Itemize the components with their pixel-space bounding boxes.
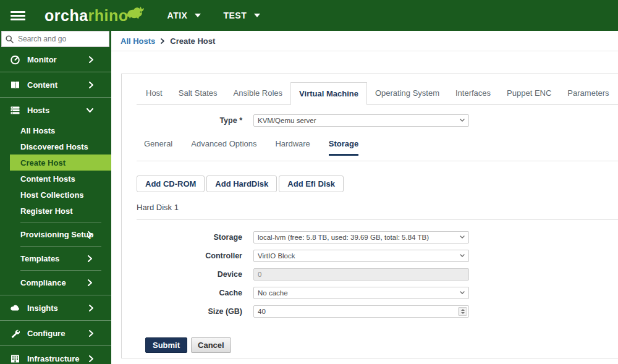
breadcrumb: All Hosts Create Host: [111, 31, 618, 51]
cache-field-row: Cache No cache: [137, 287, 618, 299]
chevron-right-icon: [89, 56, 93, 63]
sidebar-item-all-hosts[interactable]: All Hosts: [0, 122, 111, 138]
rhino-logo-icon: [125, 5, 145, 21]
cache-select[interactable]: No cache: [253, 287, 469, 299]
chevron-down-icon: [195, 14, 201, 17]
sidebar-item-templates[interactable]: Templates: [0, 250, 111, 267]
tab-interfaces[interactable]: Interfaces: [447, 82, 499, 104]
chevron-right-icon: [88, 279, 92, 286]
sidebar-item-register-host[interactable]: Register Host: [0, 203, 111, 219]
chevron-right-icon: [89, 305, 93, 311]
chevron-right-icon: [88, 255, 92, 262]
sidebar-item-discovered-hosts[interactable]: Discovered Hosts: [0, 138, 111, 154]
number-stepper[interactable]: [458, 307, 467, 316]
device-field-label: Device: [137, 270, 242, 279]
sidebar-item-label: Infrastructure: [27, 354, 80, 363]
subtab-storage[interactable]: Storage: [329, 139, 358, 156]
tab-puppet-enc[interactable]: Puppet ENC: [499, 82, 559, 104]
sidebar-item-label: Content Hosts: [20, 174, 75, 184]
divider: [20, 222, 101, 222]
vm-subtab-bar: General Advanced Options Hardware Storag…: [137, 139, 618, 156]
wrench-icon: [10, 328, 20, 339]
controller-select[interactable]: VirtIO Block: [253, 250, 469, 262]
sidebar-item-label: All Hosts: [20, 126, 55, 135]
controller-field-row: Controller VirtIO Block: [137, 250, 618, 262]
subtab-general[interactable]: General: [144, 139, 172, 156]
add-harddisk-button[interactable]: Add HardDisk: [206, 176, 277, 192]
breadcrumb-current: Create Host: [170, 36, 215, 46]
tab-host[interactable]: Host: [138, 82, 171, 104]
location-menu-label: TEST: [223, 11, 247, 20]
controller-field-label: Controller: [137, 252, 242, 260]
divider: [20, 246, 101, 247]
sidebar-item-content-hosts[interactable]: Content Hosts: [0, 171, 111, 187]
search-box: [1, 31, 109, 47]
sidebar-item-label: Register Host: [20, 206, 73, 216]
search-icon: [6, 35, 14, 43]
chevron-down-icon: [254, 14, 260, 17]
sidebar-item-label: Content: [27, 80, 57, 90]
sidebar-item-label: Compliance: [20, 278, 66, 287]
chevron-right-icon: [161, 38, 164, 44]
subtab-hardware[interactable]: Hardware: [275, 139, 310, 156]
search-input[interactable]: [1, 31, 109, 47]
sidebar-item-label: Discovered Hosts: [20, 142, 88, 151]
add-cdrom-button[interactable]: Add CD-ROM: [137, 176, 205, 192]
size-field-label: Size (GB): [137, 307, 242, 316]
tab-ansible-roles[interactable]: Ansible Roles: [226, 82, 291, 104]
type-select[interactable]: KVM/Qemu server: [253, 114, 469, 127]
sidebar-item-provisioning-setup[interactable]: Provisioning Setup: [0, 226, 111, 243]
tab-salt-states[interactable]: Salt States: [171, 82, 226, 104]
type-field-row: Type * KVM/Qemu server: [137, 114, 618, 127]
logo-text-rhino: rhino: [88, 7, 129, 25]
book-icon: [10, 80, 20, 90]
app-logo[interactable]: orcharhino: [44, 7, 145, 25]
sidebar-item-label: Host Collections: [20, 190, 84, 200]
sidebar-item-compliance[interactable]: Compliance: [0, 274, 111, 291]
type-field-label: Type *: [137, 116, 242, 125]
logo-text-orcha: orcha: [44, 7, 88, 25]
storage-select[interactable]: local-lvm (free: 5.8 TB, used: 39.69 GB,…: [253, 231, 469, 243]
org-menu-label: ATIX: [167, 11, 188, 20]
size-input[interactable]: [253, 305, 469, 318]
sidebar-item-label: Configure: [27, 329, 65, 338]
add-disk-buttons: Add CD-ROM Add HardDisk Add Efi Disk: [137, 176, 618, 192]
tab-virtual-machine[interactable]: Virtual Machine: [290, 82, 367, 105]
org-menu[interactable]: ATIX: [167, 11, 201, 20]
sidebar-item-host-collections[interactable]: Host Collections: [0, 187, 111, 203]
sidebar: Monitor Content: [0, 31, 111, 364]
hard-disk-title: Hard Disk 1: [137, 203, 618, 212]
chevron-right-icon: [89, 330, 93, 337]
tab-operating-system[interactable]: Operating System: [367, 82, 447, 104]
chevron-right-icon: [88, 231, 92, 238]
sidebar-item-label: Provisioning Setup: [20, 230, 93, 239]
server-stack-icon: [10, 105, 20, 116]
sidebar-item-label: Templates: [20, 254, 59, 263]
sidebar-item-infrastructure[interactable]: Infrastructure: [0, 346, 111, 364]
tab-parameters[interactable]: Parameters: [559, 82, 617, 104]
add-efi-disk-button[interactable]: Add Efi Disk: [279, 176, 344, 192]
chevron-right-icon: [89, 355, 93, 362]
sidebar-item-insights[interactable]: Insights: [0, 295, 111, 320]
storage-field-label: Storage: [137, 233, 242, 242]
sidebar-item-content[interactable]: Content: [0, 72, 111, 97]
sidebar-item-create-host[interactable]: Create Host: [10, 154, 111, 171]
submit-button[interactable]: Submit: [145, 337, 187, 353]
location-menu[interactable]: TEST: [223, 11, 260, 20]
top-bar: orcharhino ATIX TEST: [0, 0, 618, 31]
hamburger-menu-icon[interactable]: [11, 9, 25, 22]
subtab-advanced-options[interactable]: Advanced Options: [191, 139, 256, 156]
sidebar-item-label: Insights: [27, 303, 58, 313]
sidebar-item-label: Monitor: [27, 55, 57, 64]
device-field-row: Device: [137, 268, 618, 281]
storage-field-row: Storage local-lvm (free: 5.8 TB, used: 3…: [137, 231, 618, 243]
building-icon: [10, 353, 20, 364]
sidebar-item-hosts[interactable]: Hosts: [0, 98, 111, 122]
sidebar-item-label: Hosts: [27, 106, 49, 115]
gauge-icon: [10, 54, 20, 65]
sidebar-item-configure[interactable]: Configure: [0, 321, 111, 345]
divider: [20, 270, 101, 271]
breadcrumb-all-hosts-link[interactable]: All Hosts: [121, 36, 155, 46]
sidebar-item-monitor[interactable]: Monitor: [0, 47, 111, 72]
cancel-button[interactable]: Cancel: [191, 337, 231, 353]
